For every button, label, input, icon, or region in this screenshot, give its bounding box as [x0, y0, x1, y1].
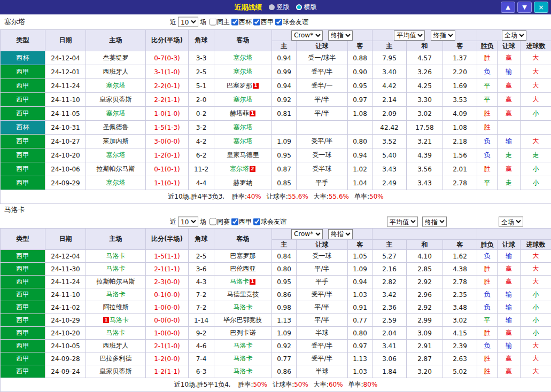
corner-cell: 7-2 [189, 301, 214, 314]
asian-away-odds-cell: 0.88 [348, 51, 372, 65]
checkbox-input[interactable] [253, 218, 260, 225]
close-button[interactable]: × [534, 2, 548, 13]
handicap-cell: 受平/半 [297, 65, 348, 79]
match-row: 西甲24-11-10马洛卡0-1(0-0)7-2马德里竞技0.86受平/半1.0… [1, 288, 551, 301]
red-card-badge: 1 [103, 317, 109, 323]
filter-checkbox[interactable]: 西甲 [253, 18, 274, 27]
filter-checkbox[interactable]: 西甲 [231, 217, 252, 226]
col-wdl: 胜负 [477, 41, 498, 51]
date-cell: 24-09-29 [45, 176, 86, 190]
col-date: 日期 [45, 30, 86, 51]
header-center: 近期战绩 竖版 横版 [235, 3, 317, 12]
away-team-cell: 塞尔塔 [214, 135, 272, 148]
match-row: 西甲24-10-20马洛卡1-0(0-0)9-2巴列卡诺1.09半球0.802.… [1, 327, 551, 340]
match-count-select[interactable]: 10 [178, 17, 198, 27]
euro-odds-selects: 平均值 终指 [372, 30, 477, 41]
corner-cell: 4-6 [189, 340, 214, 352]
goals-result-cell: 小 [521, 288, 551, 301]
checkbox-input[interactable] [231, 218, 238, 225]
checkbox-input[interactable] [275, 19, 282, 26]
asian-home-odds-cell: 0.87 [272, 162, 297, 176]
match-row: 西甲24-11-10皇家贝蒂斯2-2(1-1)2-0塞尔塔0.92平/半0.97… [1, 93, 551, 107]
asian-away-odds-cell: 1.09 [348, 263, 372, 276]
euro-odds-type-select[interactable]: 平均值 [387, 217, 418, 227]
match-filter: 近 10 场 同主西杯西甲球会友谊 [170, 17, 308, 27]
euro-home-odds-cell: 5.40 [372, 148, 407, 162]
checkbox-input[interactable] [209, 218, 216, 225]
home-team-cell: 马洛卡 [86, 263, 146, 276]
euro-home-odds-cell: 2.82 [372, 276, 407, 288]
away-team-cell: 塞尔塔 [214, 121, 272, 135]
wdl-result-cell: 胜 [477, 162, 498, 176]
date-cell: 24-11-10 [45, 93, 86, 107]
euro-away-odds-cell: 2.18 [443, 135, 477, 148]
corner-cell: 3-3 [189, 51, 214, 65]
handicap-result-cell: 输 [498, 135, 521, 148]
home-team-cell: 巴拉多利德 [86, 352, 146, 365]
corner-cell: 3-2 [189, 121, 214, 135]
euro-odds-time-select[interactable]: 终指 [422, 217, 447, 227]
score-cell: 2-2(1-1) [146, 93, 189, 107]
filter-checkbox[interactable]: 球会友谊 [253, 217, 286, 226]
filter-checkbox[interactable]: 球会友谊 [275, 18, 308, 27]
asian-home-odds-cell: 0.81 [272, 107, 297, 121]
results-table-mallorca: 类型 日期 主场 比分(半场) 角球 客场 Crow* 终指 主 让球 客 主 … [0, 228, 551, 392]
radio-selected-icon[interactable] [296, 4, 302, 10]
wdl-result-cell: 负 [477, 340, 498, 352]
match-row: 西甲24-11-30马洛卡2-1(1-1)3-6巴伦西亚0.80平/半1.092… [1, 263, 551, 276]
col-euro-home: 主 [372, 41, 407, 51]
col-handicap: 让球 [297, 41, 348, 51]
scroll-up-button[interactable]: ▲ [501, 2, 515, 13]
filter-checkbox[interactable]: 同赛 [209, 217, 230, 226]
asian-home-odds-cell: 0.92 [272, 340, 297, 352]
layout-radio-vertical[interactable]: 竖版 [269, 3, 290, 12]
odds-company-select[interactable]: Crow* [291, 229, 323, 239]
asian-odds-time-select[interactable]: 终指 [328, 30, 353, 41]
match-row: 西甲24-10-20塞尔塔1-2(0-1)6-2皇家马德里0.95受一球0.94… [1, 148, 551, 162]
odds-company-select[interactable]: Crow* [291, 30, 323, 41]
scroll-down-button[interactable]: ▼ [517, 2, 532, 13]
goals-result-cell: 小 [521, 107, 551, 121]
date-cell: 24-10-06 [45, 162, 86, 176]
league-filter-checkboxes: 同赛西甲球会友谊 [208, 217, 286, 226]
league-cell: 西甲 [1, 263, 45, 276]
scope-select[interactable]: 全场 [499, 217, 523, 227]
date-cell: 24-10-05 [45, 340, 86, 352]
handicap-cell: 受平/半 [297, 288, 348, 301]
filter-checkbox[interactable]: 西杯 [231, 18, 252, 27]
home-team-cell: 塞尔塔 [86, 176, 146, 190]
layout-radio-horizontal[interactable]: 横版 [296, 3, 317, 12]
goals-result-cell: 大 [521, 65, 551, 79]
euro-home-odds-cell: 3.52 [372, 135, 407, 148]
euro-odds-type-select[interactable]: 平均值 [394, 30, 425, 41]
away-team-cell: 马洛卡 [214, 352, 272, 365]
checkbox-input[interactable] [231, 19, 238, 26]
score-cell: 2-1(1-1) [146, 263, 189, 276]
checkbox-input[interactable] [209, 19, 216, 26]
euro-odds-time-select[interactable]: 终指 [431, 30, 455, 41]
filter-checkbox[interactable]: 同主 [209, 18, 230, 27]
scope-select-cell: 全场 [499, 217, 523, 227]
league-cell: 西甲 [1, 135, 45, 148]
col-asian-home: 主 [272, 41, 297, 51]
handicap-result-cell: 赢 [498, 263, 521, 276]
euro-away-odds-cell: 1.69 [443, 79, 477, 93]
asian-away-odds-cell [348, 121, 372, 135]
asian-odds-time-select[interactable]: 终指 [328, 229, 353, 239]
asian-away-odds-cell: 1.03 [348, 288, 372, 301]
radio-icon[interactable] [269, 4, 275, 10]
asian-odds-selects: Crow* 终指 [272, 229, 372, 240]
goals-result-cell: 大 [521, 365, 551, 378]
match-row: 西甲24-09-29塞尔塔1-1(0-1)4-4赫罗纳0.85平手1.042.4… [1, 176, 551, 190]
goals-result-cell: 大 [521, 250, 551, 263]
date-cell: 24-10-27 [45, 135, 86, 148]
scope-select[interactable]: 全场 [502, 30, 526, 41]
match-count-select[interactable]: 10 [178, 217, 198, 227]
euro-draw-odds-cell: 2.91 [407, 340, 443, 352]
euro-away-odds-cell: 4.09 [443, 107, 477, 121]
handicap-cell [297, 121, 348, 135]
asian-home-odds-cell: 1.09 [272, 135, 297, 148]
checkbox-input[interactable] [253, 19, 260, 26]
euro-home-odds-cell: 3.40 [372, 65, 407, 79]
goals-result-cell: 大 [521, 135, 551, 148]
